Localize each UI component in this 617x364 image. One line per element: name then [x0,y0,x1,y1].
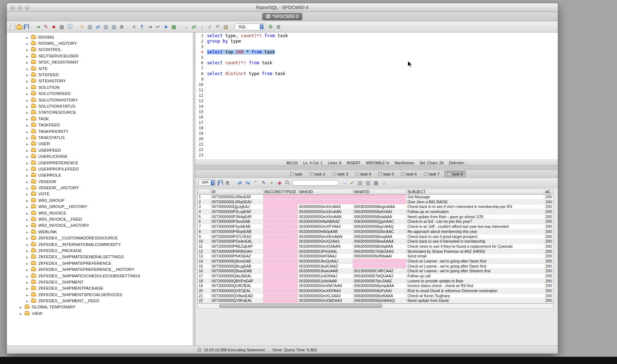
grid-cell[interactable]: 200 [544,254,553,259]
code-line[interactable]: select distinct type from task [206,71,558,77]
grid-cell[interactable]: Rick to email David & reference Delmonte… [406,289,544,294]
list-tables-icon[interactable]: ≡ [131,23,137,30]
tree-item[interactable]: ZKFEDEX__SHIPMENT__FEED [7,298,193,304]
tree-item[interactable]: W50_GROUP__HISTORY [7,204,193,210]
disclosure-triangle-icon[interactable] [26,230,29,234]
table-view-icon[interactable]: ▦ [171,23,177,30]
grid-cell[interactable]: 200 [544,244,553,249]
connect-db-icon[interactable]: ⇥ [35,23,41,30]
grid-cell[interactable]: 006300000058ypVAAQ [353,224,406,229]
row-number-cell[interactable]: 21 [198,294,211,299]
row-number-cell[interactable]: 10 [198,239,211,244]
tree-item[interactable]: SOLUTIONFEED [7,91,193,97]
grid-cell[interactable]: 0033000000JbvRJAAZ [298,264,353,269]
select-stepper-icon[interactable] [260,24,264,29]
disclosure-triangle-icon[interactable] [26,41,29,46]
grid-cell[interactable]: 00630000005S0bnAAC [353,229,406,234]
grid-cell[interactable] [353,195,406,200]
edit-cell-icon[interactable]: ✎ [260,179,267,186]
tree-item[interactable]: W50_INVOICE__FEED [7,216,193,222]
disclosure-triangle-icon[interactable] [26,66,29,71]
grid-cell[interactable]: 0033000000Ju9zIAAB [298,279,353,284]
disclosure-triangle-icon[interactable] [26,179,29,184]
info-icon[interactable]: ⓘ [66,23,73,30]
tree-item[interactable]: SELFSERVICEUSER [7,53,193,59]
grid-cell[interactable]: 00T3000000P3N4pEAF [211,214,263,220]
tree-item[interactable]: ZKFEDEX__SHIPMATEPREFERENCE__HISTORY [7,266,193,272]
tree-item[interactable]: ZKFEDEX__SHIPMENTPACKAGE [7,285,193,291]
grid-cell[interactable]: Nominated by Shane Freeman at ANZ (HR50) [406,249,544,254]
disclosure-triangle-icon[interactable] [26,104,29,108]
disclosure-triangle-icon[interactable] [26,204,29,209]
grid-cell[interactable]: 00T3000000PREZaEAP [211,244,263,249]
tree-item[interactable]: STATICRESOURCE [7,109,193,116]
rollback-icon[interactable]: ↶ [215,23,221,30]
grid-cell[interactable] [263,274,298,279]
close-tab-icon[interactable] [290,172,294,176]
grid-cell[interactable] [263,234,298,239]
tree-item[interactable]: SITEFEED [7,72,193,78]
grid-cell[interactable] [263,244,298,249]
code-line[interactable] [206,114,558,120]
column-header[interactable]: AC [544,189,553,194]
row-number-cell[interactable]: 20 [198,289,211,294]
tree-item[interactable]: ZKFEDEX__SHIPMATEGENERALSETTINGS [7,254,193,260]
open-file-icon[interactable] [17,25,22,30]
disclosure-triangle-icon[interactable] [26,154,29,159]
grid-cell[interactable]: Check back to see if interested in membe… [406,239,544,244]
tree-item[interactable]: W50_INVOICE [7,210,193,216]
tree-item[interactable]: VENDOR [7,178,193,185]
disclosure-triangle-icon[interactable] [26,255,29,259]
grid-cell[interactable] [263,269,298,274]
grid-cell[interactable]: 200 [544,264,553,269]
grid-cell[interactable] [263,249,298,254]
code-line[interactable] [206,147,558,152]
row-number-cell[interactable]: 14 [198,259,211,264]
grid-cell[interactable]: 00T3000000P3LopEAF [211,209,263,214]
disclosure-triangle-icon[interactable] [26,85,29,90]
grid-cell[interactable]: 006300000058yPzAAI [353,289,406,294]
select-stepper-icon[interactable] [211,180,215,185]
insert-row-icon[interactable]: + [268,179,275,186]
close-tab-icon[interactable] [378,172,382,176]
tree-item[interactable]: SITEHISTORY [7,78,193,84]
grid-cell[interactable]: 0033000000GmXLXAA3 [298,294,353,299]
grid-cell[interactable] [263,259,298,264]
grid-cell[interactable]: 006300000058x9qAAA [353,244,406,249]
result-tab[interactable]: task 6 [398,171,419,177]
grid-cell[interactable] [263,195,298,200]
disclosure-triangle-icon[interactable] [19,311,22,316]
grid-cell[interactable]: 200 [544,249,553,254]
tree-item[interactable]: SOLUTION [7,84,193,90]
disclosure-triangle-icon[interactable] [26,192,29,196]
execute-sql-icon[interactable]: ϟ [79,23,85,30]
grid-cell[interactable]: 0033000000GmXKPAA3 [298,289,353,294]
code-line[interactable] [206,109,558,114]
export-results-icon[interactable]: ⇄ [95,23,101,30]
grid-cell[interactable]: Check w/ Leanne - we're going after Shea… [406,269,544,274]
grid-cell[interactable]: 0033000000JbvQzAAJ [298,259,353,264]
tree-item[interactable]: VIEW [7,310,193,316]
grid-cell[interactable]: 00T3000000Q8rexEAB [211,259,263,264]
grid-cell[interactable]: Invoice status check - check w/ RS first [406,283,544,289]
result-tab[interactable]: task 5 [376,171,396,177]
tree-item[interactable]: VENDOR__HISTORY [7,185,193,191]
grid-cell[interactable]: 00630000007bIc2AAE [353,279,406,284]
tree-item[interactable]: SITE [7,65,193,72]
tree-item[interactable]: ZKFEDEX__INTERNATIONALCOMMODITY [7,241,193,247]
result-tab[interactable]: task [288,171,305,177]
preferences-icon[interactable]: ⚙ [267,23,274,30]
disclosure-triangle-icon[interactable] [26,47,29,52]
code-line[interactable] [206,142,558,147]
edit-connection-icon[interactable]: ✎ [43,23,49,30]
row-number-cell[interactable]: 17 [198,274,211,279]
grid-cell[interactable] [263,204,298,209]
grid-cell[interactable]: 0033000000H9i0pAAB [298,229,353,234]
grid-corner-cell[interactable] [198,189,211,194]
disconnect-db-icon[interactable]: ■ [51,23,57,30]
grid-cell[interactable]: 200 [544,234,553,239]
disclosure-triangle-icon[interactable] [26,117,29,121]
disclosure-triangle-icon[interactable] [26,123,29,127]
grid-cell[interactable]: 006300000058yKhAAI [353,209,406,214]
grid-cell[interactable]: 00T3000000POeAnEAL [211,239,263,244]
